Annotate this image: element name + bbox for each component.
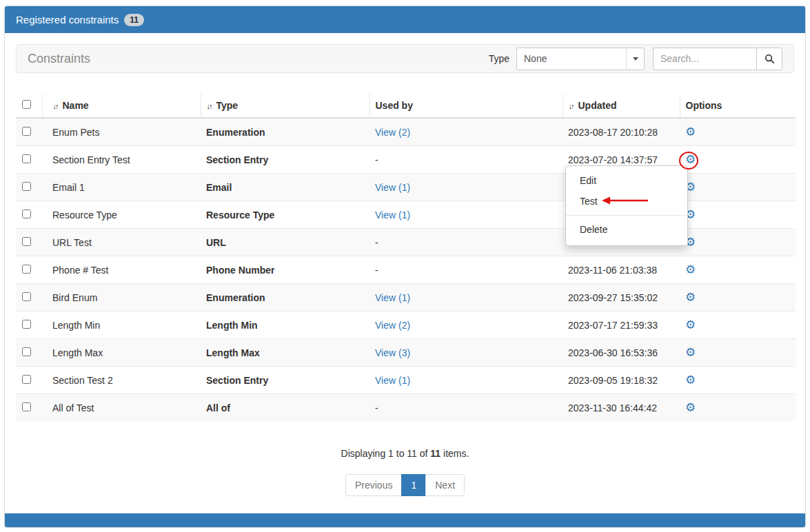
gear-icon[interactable]: ⚙	[685, 263, 696, 276]
summary-text: Displaying 1 to 11 of 11 items.	[16, 448, 794, 459]
row-checkbox[interactable]	[22, 209, 31, 218]
gear-icon[interactable]: ⚙	[685, 291, 696, 304]
table-row: All of Test All of - 2023-11-30 16:44:42…	[16, 394, 796, 422]
column-header-name[interactable]: ↓↑Name	[42, 94, 201, 118]
row-type: All of	[201, 394, 369, 422]
menu-item-edit[interactable]: Edit	[566, 170, 687, 191]
caret-down-icon	[626, 48, 644, 70]
row-used-by: -	[369, 146, 563, 174]
table-row: Enum Pets Enumeration View (2) 2023-08-1…	[16, 118, 796, 146]
row-options: ⚙	[680, 118, 796, 146]
search-input[interactable]	[653, 48, 756, 70]
search-icon	[765, 54, 775, 64]
row-checkbox[interactable]	[22, 237, 31, 246]
row-checkbox[interactable]	[22, 127, 31, 136]
column-header-type[interactable]: ↓↑Type	[201, 94, 369, 118]
column-header-used-by: Used by	[369, 94, 563, 118]
row-type: Length Min	[201, 311, 369, 339]
gear-icon[interactable]: ⚙	[685, 318, 696, 331]
row-type: Resource Type	[201, 201, 369, 229]
row-name: Section Test 2	[42, 367, 201, 394]
gear-icon[interactable]: ⚙	[685, 125, 696, 139]
search-group	[653, 48, 782, 70]
toolbar-heading: Constraints	[28, 52, 90, 66]
type-select[interactable]: None	[516, 48, 645, 70]
row-used-by: View (1)	[369, 174, 563, 201]
row-updated: 2023-08-17 20:10:28	[563, 118, 680, 146]
panel-header: Registered constraints 11	[5, 6, 805, 33]
row-options: ⚙	[680, 394, 796, 422]
gear-icon[interactable]: ⚙	[685, 346, 696, 359]
constraints-panel: Registered constraints 11 Constraints Ty…	[4, 6, 806, 528]
row-checkbox[interactable]	[22, 402, 31, 411]
type-label: Type	[489, 53, 509, 64]
row-updated: 2023-09-27 15:35:02	[563, 284, 680, 311]
toolbar: Constraints Type None	[16, 44, 794, 73]
row-checkbox[interactable]	[22, 265, 31, 274]
row-name: Bird Enum	[42, 284, 201, 311]
used-by-value: -	[375, 237, 378, 248]
pagination-previous[interactable]: Previous	[345, 474, 402, 496]
row-checkbox[interactable]	[22, 320, 31, 329]
panel-title: Registered constraints	[16, 14, 119, 25]
row-options: ⚙	[680, 229, 796, 256]
used-by-link[interactable]: View (1)	[375, 182, 410, 193]
table-header-row: ↓↑Name ↓↑Type Used by ↓↑Updated Options	[16, 94, 796, 118]
gear-icon[interactable]: ⚙	[685, 401, 696, 414]
row-options: ⚙	[680, 367, 796, 394]
row-checkbox[interactable]	[22, 154, 31, 163]
gear-icon[interactable]: ⚙	[685, 374, 696, 387]
menu-item-delete[interactable]: Delete	[566, 219, 687, 240]
used-by-value: -	[375, 265, 378, 276]
pagination: Previous 1 Next	[16, 474, 794, 496]
row-name: Length Max	[42, 339, 201, 367]
row-name: Resource Type	[42, 201, 201, 229]
pagination-next[interactable]: Next	[425, 474, 465, 496]
annotation-arrow	[601, 196, 649, 205]
used-by-value: -	[375, 402, 378, 413]
row-checkbox-cell	[16, 394, 42, 422]
row-checkbox[interactable]	[22, 182, 31, 191]
table-row: Length Max Length Max View (3) 2023-06-3…	[16, 339, 796, 367]
row-updated: 2023-06-30 16:53:36	[563, 339, 680, 367]
type-select-value: None	[517, 53, 547, 64]
row-type: Enumeration	[201, 118, 369, 146]
used-by-link[interactable]: View (1)	[375, 209, 410, 221]
row-name: All of Test	[42, 394, 201, 422]
row-used-by: -	[369, 229, 563, 256]
row-options: ⚙	[680, 284, 796, 311]
row-used-by: View (2)	[369, 311, 563, 339]
used-by-link[interactable]: View (1)	[375, 375, 410, 386]
select-all-checkbox[interactable]	[22, 100, 31, 109]
row-used-by: -	[369, 394, 563, 422]
row-type: Phone Number	[201, 256, 369, 284]
used-by-link[interactable]: View (1)	[375, 292, 410, 303]
row-used-by: View (1)	[369, 284, 563, 311]
row-checkbox-cell	[16, 256, 42, 284]
pagination-page-1[interactable]: 1	[401, 474, 426, 496]
row-used-by: View (3)	[369, 339, 563, 367]
used-by-link[interactable]: View (2)	[375, 127, 410, 138]
row-updated: 2023-09-05 19:18:32	[563, 367, 680, 394]
row-type: Section Entry	[201, 146, 369, 174]
sort-icon: ↓↑	[569, 102, 574, 110]
row-updated: 2023-11-30 16:44:42	[563, 394, 680, 422]
column-header-updated[interactable]: ↓↑Updated	[563, 94, 680, 118]
row-used-by: -	[369, 256, 563, 284]
row-name: Phone # Test	[42, 256, 201, 284]
table-row: Phone # Test Phone Number - 2023-11-06 2…	[16, 256, 796, 284]
row-type: URL	[201, 229, 369, 256]
row-type: Length Max	[201, 339, 369, 367]
page: Registered constraints 11 Constraints Ty…	[0, 0, 810, 532]
used-by-link[interactable]: View (3)	[375, 347, 410, 358]
used-by-value: -	[375, 154, 378, 165]
row-checkbox[interactable]	[22, 292, 31, 301]
search-button[interactable]	[756, 48, 782, 70]
sort-icon: ↓↑	[53, 102, 58, 110]
row-used-by: View (2)	[369, 118, 563, 146]
row-checkbox[interactable]	[22, 375, 31, 384]
row-checkbox[interactable]	[22, 347, 31, 356]
row-name: Email 1	[42, 174, 201, 201]
menu-divider	[566, 215, 687, 216]
used-by-link[interactable]: View (2)	[375, 320, 410, 331]
